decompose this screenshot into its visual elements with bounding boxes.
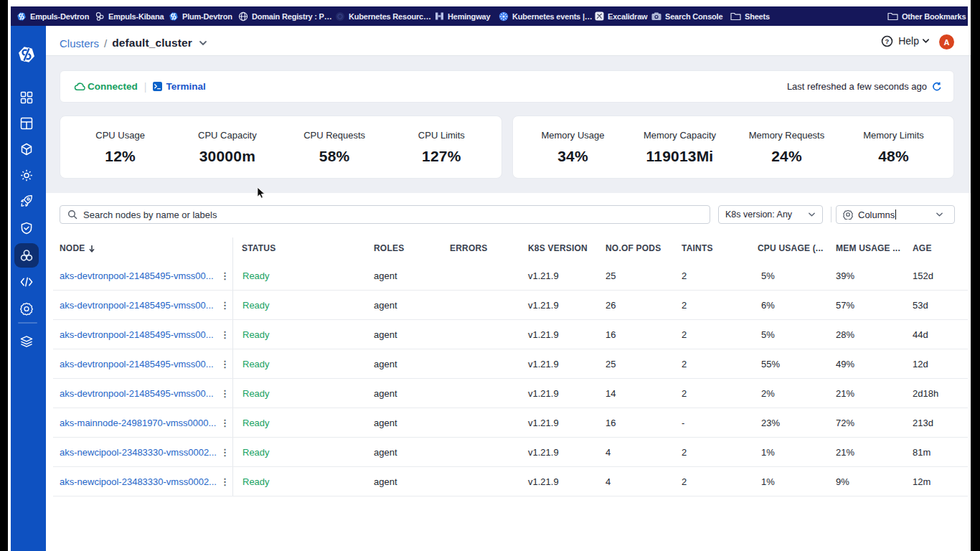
- svg-text:?: ?: [885, 37, 890, 44]
